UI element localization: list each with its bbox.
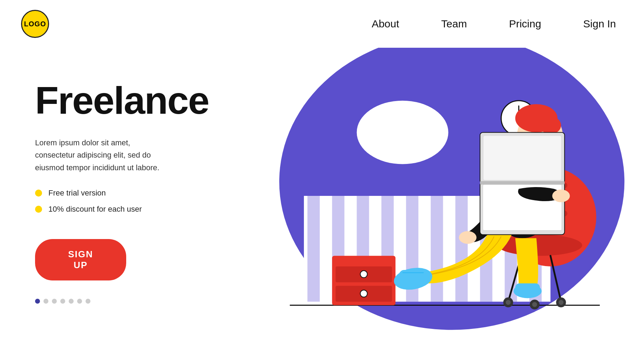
svg-point-36 bbox=[532, 302, 537, 307]
dot-7[interactable] bbox=[86, 299, 90, 304]
svg-rect-9 bbox=[431, 196, 443, 302]
feature-label-1: Free trial version bbox=[48, 188, 106, 198]
nav-team[interactable]: Team bbox=[441, 18, 467, 30]
svg-point-21 bbox=[360, 271, 367, 278]
page-title: Freelance bbox=[35, 81, 182, 120]
svg-rect-54 bbox=[480, 181, 564, 185]
bullet-dot-icon bbox=[35, 190, 42, 197]
svg-point-33 bbox=[506, 300, 511, 305]
svg-point-28 bbox=[498, 235, 582, 256]
hero-illustration bbox=[203, 48, 644, 344]
feature-item-2: 10% discount for each user bbox=[35, 205, 182, 214]
dot-4[interactable] bbox=[60, 299, 65, 304]
svg-rect-53 bbox=[483, 136, 561, 180]
feature-label-2: 10% discount for each user bbox=[48, 205, 142, 214]
dot-6[interactable] bbox=[77, 299, 82, 304]
svg-point-2 bbox=[357, 101, 448, 164]
main-nav: About Team Pricing Sign In bbox=[372, 18, 616, 30]
dot-5[interactable] bbox=[69, 299, 74, 304]
svg-point-40 bbox=[540, 117, 561, 134]
nav-signin[interactable]: Sign In bbox=[583, 18, 616, 30]
nav-pricing[interactable]: Pricing bbox=[509, 18, 541, 30]
svg-rect-48 bbox=[515, 283, 540, 294]
dot-3[interactable] bbox=[52, 299, 57, 304]
feature-item-1: Free trial version bbox=[35, 188, 182, 198]
svg-point-49 bbox=[459, 231, 476, 244]
dot-2[interactable] bbox=[43, 299, 48, 304]
left-panel: Freelance Lorem ipsum dolor sit amet, co… bbox=[0, 48, 203, 344]
svg-rect-10 bbox=[455, 196, 468, 302]
bullet-dot-icon-2 bbox=[35, 206, 42, 213]
svg-rect-46 bbox=[399, 270, 427, 282]
nav-about[interactable]: About bbox=[372, 18, 399, 30]
svg-point-34 bbox=[558, 300, 563, 305]
svg-point-23 bbox=[360, 290, 367, 297]
svg-point-55 bbox=[552, 190, 570, 202]
logo-text: LOGO bbox=[24, 20, 46, 28]
logo[interactable]: LOGO bbox=[21, 10, 49, 38]
hero-description: Lorem ipsum dolor sit amet, consectetur … bbox=[35, 137, 168, 174]
features-list: Free trial version 10% discount for each… bbox=[35, 188, 182, 221]
signup-button[interactable]: SIGN UP bbox=[35, 239, 126, 280]
svg-rect-4 bbox=[307, 196, 320, 302]
dot-1[interactable] bbox=[35, 299, 40, 304]
pagination-dots bbox=[35, 299, 182, 304]
main-content: Freelance Lorem ipsum dolor sit amet, co… bbox=[0, 48, 644, 344]
illustration-panel bbox=[203, 48, 644, 344]
